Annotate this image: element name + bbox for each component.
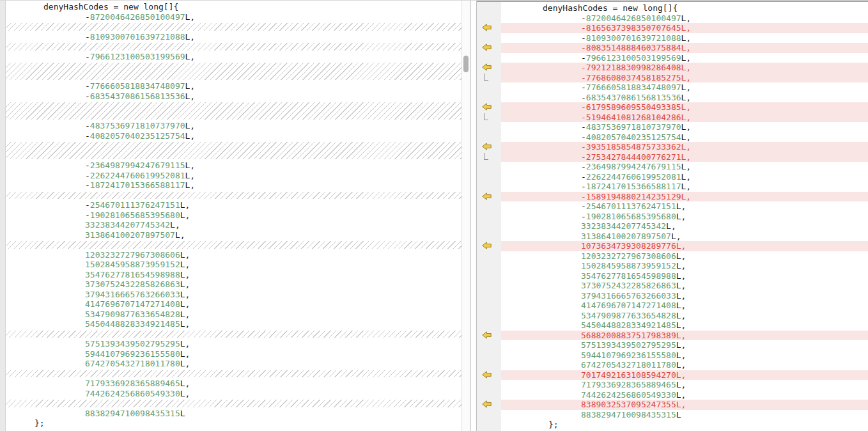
- code-line[interactable]: 5751393439502795295L,: [6, 339, 461, 349]
- change-continuation-corner-mark: [484, 74, 488, 81]
- added-code-line[interactable]: -6179589609550493385L,: [501, 102, 868, 113]
- added-code-line[interactable]: -5194641081268104286L,: [501, 113, 868, 123]
- code-line[interactable]: 1203232727967308606L,: [6, 250, 461, 260]
- code-line[interactable]: 4147696707147271408L,: [6, 299, 461, 310]
- gutter-cell: [477, 340, 501, 350]
- code-line[interactable]: 313864100207897507L,: [6, 230, 461, 240]
- code-line[interactable]: -6835437086156813536L,: [6, 91, 461, 102]
- right-code-area[interactable]: denyHashCodes = new long[]{-872004642685…: [501, 2, 868, 431]
- hash-code-number: 3794316665763266033: [85, 290, 180, 299]
- added-code-line[interactable]: -8165637398350707645L,: [501, 23, 868, 33]
- hash-code-number: 2262244760619952081: [586, 172, 681, 182]
- code-line[interactable]: 5944107969236155580L,: [6, 349, 461, 359]
- code-line[interactable]: 1502845958873959152L,: [6, 260, 461, 270]
- array-declaration-line[interactable]: denyHashCodes = new long[]{: [501, 3, 868, 13]
- code-line[interactable]: -2364987994247679115L,: [501, 162, 868, 172]
- code-line[interactable]: 5944107969236155580L,: [501, 350, 868, 361]
- added-code-line[interactable]: 8389032537095247355L,: [501, 400, 868, 410]
- long-literal-suffix: L,: [185, 81, 196, 91]
- added-code-line[interactable]: -7768608037458185275L,: [501, 73, 868, 83]
- code-line[interactable]: -4082057040235125754L,: [6, 131, 461, 141]
- code-line[interactable]: -7966123100503199569L,: [6, 52, 461, 62]
- code-line[interactable]: 1203232727967308606L,: [501, 251, 868, 262]
- hash-code-number: 6835437086156813536: [586, 93, 681, 102]
- array-closing-line[interactable]: };: [6, 418, 461, 428]
- code-line[interactable]: 5450448828334921485L,: [501, 320, 868, 331]
- code-line[interactable]: -8720046426850100497L,: [501, 13, 868, 24]
- code-line[interactable]: 7442624256860549330L,: [501, 390, 868, 400]
- code-line[interactable]: -1872417015366588117L,: [501, 182, 868, 192]
- code-line[interactable]: 5347909877633654828L,: [501, 311, 868, 321]
- added-code-line[interactable]: 5688200883751798389L,: [501, 331, 868, 341]
- code-line[interactable]: -7966123100503199569L,: [501, 53, 868, 63]
- code-line[interactable]: -4837536971810737970L,: [6, 121, 461, 131]
- code-line[interactable]: -190281065685395680L,: [6, 210, 461, 221]
- added-code-line[interactable]: -3935185854875733362L,: [501, 142, 868, 152]
- apply-change-left-arrow-icon[interactable]: [482, 242, 492, 249]
- declaration-text: denyHashCodes = new long[]{: [43, 2, 178, 12]
- code-line[interactable]: -190281065685395680L,: [501, 212, 868, 222]
- code-line[interactable]: -6835437086156813536L,: [501, 93, 868, 103]
- apply-change-left-arrow-icon[interactable]: [482, 43, 492, 51]
- code-line[interactable]: 8838294710098435315L: [6, 409, 461, 419]
- code-line[interactable]: -8109300701639721088L,: [6, 32, 461, 42]
- apply-change-left-arrow-icon[interactable]: [482, 192, 492, 200]
- code-line[interactable]: -254670111376247151L,: [6, 200, 461, 210]
- code-line[interactable]: 313864100207897507L,: [501, 231, 868, 242]
- code-line[interactable]: 6742705432718011780L,: [6, 359, 461, 369]
- code-line[interactable]: -7766605818834748097L,: [6, 81, 461, 91]
- hash-code-number: 4082057040235125754: [586, 132, 681, 142]
- apply-change-left-arrow-icon[interactable]: [482, 331, 492, 339]
- code-line[interactable]: 3730752432285826863L,: [6, 279, 461, 290]
- apply-change-left-arrow-icon[interactable]: [482, 103, 492, 111]
- code-line[interactable]: 33238344207745342L,: [501, 221, 868, 231]
- apply-change-left-arrow-icon[interactable]: [482, 63, 492, 71]
- code-line[interactable]: 3730752432285826863L,: [501, 281, 868, 291]
- long-literal-suffix: L,: [180, 299, 190, 309]
- code-line[interactable]: -2364987994247679115L,: [6, 161, 461, 171]
- code-line[interactable]: 1502845958873959152L,: [501, 261, 868, 271]
- added-code-line[interactable]: 1073634739308289776L,: [501, 241, 868, 251]
- code-line[interactable]: -8720046426850100497L,: [6, 12, 461, 22]
- code-line[interactable]: -4837536971810737970L,: [501, 122, 868, 132]
- code-line[interactable]: 7179336928365889465L,: [501, 380, 868, 390]
- code-line[interactable]: 3547627781654598988L,: [6, 270, 461, 280]
- code-line[interactable]: -2262244760619952081L,: [6, 171, 461, 181]
- added-code-line[interactable]: -7921218830998286408L,: [501, 63, 868, 73]
- code-line[interactable]: -1872417015366588117L,: [6, 180, 461, 191]
- array-declaration-line[interactable]: denyHashCodes = new long[]{: [6, 2, 461, 12]
- code-line[interactable]: -4082057040235125754L,: [501, 132, 868, 143]
- code-line[interactable]: -8109300701639721088L,: [501, 33, 868, 43]
- added-code-line[interactable]: -2753427844400776271L,: [501, 152, 868, 162]
- apply-change-left-arrow-icon[interactable]: [482, 24, 492, 31]
- long-literal-suffix: L,: [676, 380, 686, 389]
- apply-change-left-arrow-icon[interactable]: [482, 143, 492, 150]
- apply-change-left-arrow-icon[interactable]: [482, 400, 492, 408]
- added-code-line[interactable]: -8083514888460375884L,: [501, 43, 868, 53]
- left-code-area[interactable]: denyHashCodes = new long[]{-872004642685…: [6, 1, 461, 431]
- gutter-cell: [477, 251, 501, 262]
- code-line[interactable]: 3794316665763266033L,: [501, 291, 868, 301]
- code-line[interactable]: 7442624256860549330L,: [6, 389, 461, 399]
- code-line[interactable]: -7766605818834748097L,: [501, 82, 868, 93]
- code-line[interactable]: -2262244760619952081L,: [501, 172, 868, 182]
- code-line[interactable]: 3794316665763266033L,: [6, 290, 461, 300]
- diff-splitter[interactable]: [471, 1, 477, 431]
- code-line[interactable]: 5450448828334921485L,: [6, 319, 461, 329]
- code-line[interactable]: 4147696707147271408L,: [501, 301, 868, 311]
- code-line[interactable]: 5347909877633654828L,: [6, 310, 461, 320]
- code-line[interactable]: 6742705432718011780L,: [501, 360, 868, 370]
- scrollbar-thumb[interactable]: [463, 56, 469, 72]
- left-vertical-scrollbar[interactable]: [461, 1, 471, 431]
- hash-code-number: 4147696707147271408: [85, 299, 180, 309]
- code-line[interactable]: 7179336928365889465L,: [6, 379, 461, 389]
- array-closing-line[interactable]: };: [501, 419, 868, 430]
- apply-change-left-arrow-icon[interactable]: [482, 371, 492, 379]
- code-line[interactable]: 5751393439502795295L,: [501, 340, 868, 350]
- code-line[interactable]: 8838294710098435315L: [501, 410, 868, 420]
- code-line[interactable]: 33238344207745342L,: [6, 220, 461, 230]
- code-line[interactable]: 3547627781654598988L,: [501, 271, 868, 281]
- added-code-line[interactable]: 7017492163108594270L,: [501, 370, 868, 380]
- code-line[interactable]: -254670111376247151L,: [501, 201, 868, 212]
- added-code-line[interactable]: -1589194880214235129L,: [501, 192, 868, 202]
